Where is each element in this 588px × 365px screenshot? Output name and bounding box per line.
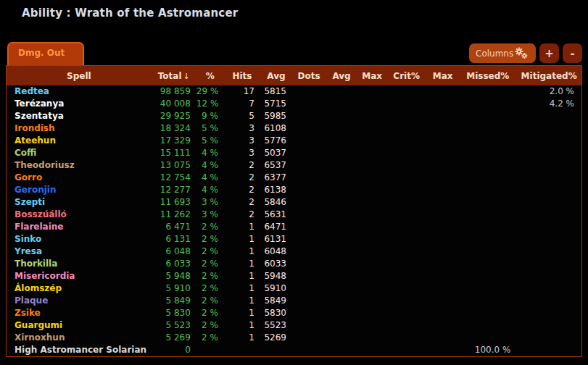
tab-dmg-out[interactable]: Dmg. Out xyxy=(7,42,84,65)
col-header-max[interactable]: Max xyxy=(357,66,386,86)
spell-name[interactable]: Szepti xyxy=(7,196,152,209)
mitigated-cell xyxy=(516,159,581,172)
col-header-total[interactable]: Total↓ xyxy=(152,66,196,86)
avg-cell: 6131 xyxy=(260,233,292,246)
col-header-crit-max[interactable]: Max xyxy=(426,66,459,86)
crit-max-cell xyxy=(426,282,459,295)
dots-avg-cell xyxy=(326,233,357,246)
crit-cell xyxy=(386,270,426,282)
missed-cell xyxy=(459,332,516,344)
crit-cell xyxy=(386,172,426,184)
table-row: Redtea98 85929 %1758152.0 % xyxy=(7,85,582,98)
spell-name[interactable]: Szentatya xyxy=(7,110,152,122)
col-header-mitigated[interactable]: Mitigated% xyxy=(516,66,581,86)
table-row: Sinko6 1312 %16131 xyxy=(7,233,582,246)
dots-cell xyxy=(292,110,326,122)
dots-avg-cell xyxy=(326,258,357,270)
missed-cell xyxy=(459,233,516,246)
mitigated-cell xyxy=(516,221,581,233)
spell-name[interactable]: Yresa xyxy=(7,246,152,258)
col-header-missed[interactable]: Missed% xyxy=(459,66,516,86)
spell-name[interactable]: Theodoriusz xyxy=(7,159,152,172)
mitigated-cell xyxy=(516,270,581,282)
spell-name[interactable]: Thorkilla xyxy=(7,258,152,270)
crit-max-cell xyxy=(426,344,459,357)
spell-name[interactable]: Flarelaine xyxy=(7,221,152,233)
missed-cell xyxy=(459,209,516,221)
total-cell: 6 048 xyxy=(152,246,196,258)
avg-cell: 6033 xyxy=(260,258,292,270)
col-header-crit[interactable]: Crit% xyxy=(386,66,426,86)
spell-name[interactable]: Ateehun xyxy=(7,135,152,147)
col-header-dots[interactable]: Dots xyxy=(292,66,326,86)
max-cell xyxy=(357,110,386,122)
spell-name[interactable]: Redtea xyxy=(7,85,152,98)
columns-button[interactable]: Columns xyxy=(469,43,536,63)
dots-cell xyxy=(292,332,326,344)
table-row: Misericordia5 9482 %15948 xyxy=(7,270,582,282)
max-cell xyxy=(357,98,386,110)
spell-name[interactable]: Guargumi xyxy=(7,319,152,332)
mitigated-cell xyxy=(516,332,581,344)
percent-cell: 9 % xyxy=(196,110,224,122)
dots-avg-cell xyxy=(326,332,357,344)
spell-name[interactable]: Misericordia xyxy=(7,270,152,282)
spell-name[interactable]: High Astromancer Solarian xyxy=(7,344,152,357)
col-header-percent[interactable]: % xyxy=(196,66,224,86)
max-cell xyxy=(357,246,386,258)
spell-name[interactable]: Irondish xyxy=(7,122,152,135)
add-column-button[interactable]: + xyxy=(539,43,559,63)
crit-cell xyxy=(386,233,426,246)
spell-name[interactable]: Bosszúálló xyxy=(7,209,152,221)
remove-column-button[interactable]: - xyxy=(563,43,582,63)
table-body: Redtea98 85929 %1758152.0 %Terézanya40 0… xyxy=(7,85,582,357)
dots-cell xyxy=(292,270,326,282)
table-row: Álomszép5 9102 %15910 xyxy=(7,282,582,295)
total-cell: 5 269 xyxy=(152,332,196,344)
dots-cell xyxy=(292,282,326,295)
mitigated-cell xyxy=(516,258,581,270)
spell-name[interactable]: Geronjin xyxy=(7,184,152,196)
avg-cell: 6138 xyxy=(260,184,292,196)
total-cell: 6 033 xyxy=(152,258,196,270)
dots-avg-cell xyxy=(326,147,357,159)
percent-cell: 4 % xyxy=(196,147,224,159)
spell-name[interactable]: Álomszép xyxy=(7,282,152,295)
spell-name[interactable]: Coffi xyxy=(7,147,152,159)
table-row: Terézanya40 00812 %757154.2 % xyxy=(7,98,582,110)
missed-cell xyxy=(459,270,516,282)
crit-cell xyxy=(386,295,426,307)
avg-cell: 6377 xyxy=(260,172,292,184)
avg-cell: 5846 xyxy=(260,196,292,209)
max-cell xyxy=(357,147,386,159)
spell-name[interactable]: Terézanya xyxy=(7,98,152,110)
hits-cell: 3 xyxy=(224,147,260,159)
total-cell: 12 277 xyxy=(152,184,196,196)
crit-cell xyxy=(386,209,426,221)
percent-cell: 5 % xyxy=(196,135,224,147)
dots-cell xyxy=(292,184,326,196)
hits-cell: 1 xyxy=(224,282,260,295)
total-cell: 5 523 xyxy=(152,319,196,332)
total-cell: 5 830 xyxy=(152,307,196,319)
col-header-hits[interactable]: Hits xyxy=(224,66,260,86)
dots-avg-cell xyxy=(326,85,357,98)
total-cell: 40 008 xyxy=(152,98,196,110)
spell-name[interactable]: Xirnoxhun xyxy=(7,332,152,344)
col-header-dots-avg[interactable]: Avg xyxy=(326,66,357,86)
spell-name[interactable]: Zsike xyxy=(7,307,152,319)
max-cell xyxy=(357,221,386,233)
total-cell: 6 471 xyxy=(152,221,196,233)
col-header-avg[interactable]: Avg xyxy=(260,66,292,86)
max-cell xyxy=(357,233,386,246)
col-header-spell[interactable]: Spell xyxy=(7,66,152,86)
hits-cell: 2 xyxy=(224,159,260,172)
spell-name[interactable]: Gorro xyxy=(7,172,152,184)
spell-name[interactable]: Sinko xyxy=(7,233,152,246)
table-row: Zsike5 8302 %15830 xyxy=(7,307,582,319)
mitigated-cell xyxy=(516,307,581,319)
spell-name[interactable]: Plaque xyxy=(7,295,152,307)
avg-cell: 5830 xyxy=(260,307,292,319)
dots-cell xyxy=(292,233,326,246)
dots-avg-cell xyxy=(326,196,357,209)
